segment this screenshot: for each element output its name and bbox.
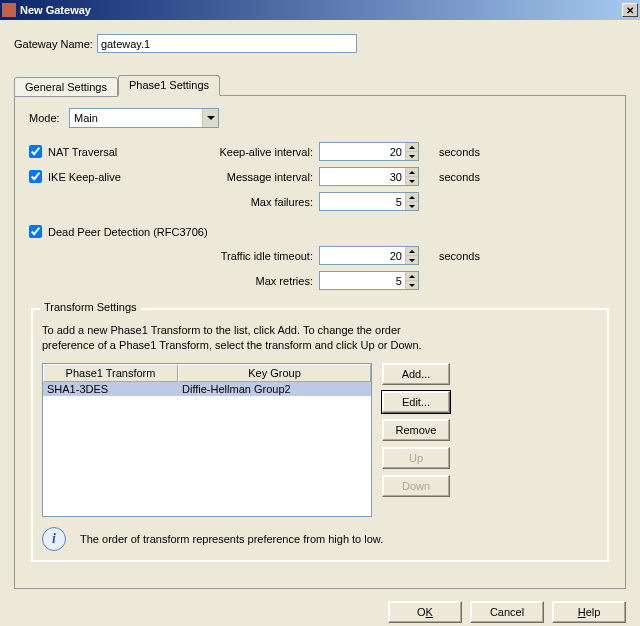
max-failures-input[interactable] [320,193,405,210]
add-button[interactable]: Add... [382,363,450,385]
traffic-idle-input[interactable] [320,247,405,264]
traffic-idle-spinner[interactable] [319,246,419,265]
help-button[interactable]: Help [552,601,626,623]
spin-down-icon[interactable] [406,152,418,160]
ok-button[interactable]: OK [388,601,462,623]
mode-label: Mode: [29,112,69,124]
dpd-input[interactable] [29,225,42,238]
keepalive-interval-input[interactable] [320,143,405,160]
close-button[interactable]: ✕ [622,3,638,17]
tab-phase1-settings[interactable]: Phase1 Settings [118,75,220,96]
message-interval-label: Message interval: [189,171,319,183]
spin-down-icon[interactable] [406,281,418,289]
mode-select[interactable]: Main [69,108,219,128]
cell-keygroup: Diffie-Hellman Group2 [178,382,371,396]
message-interval-unit: seconds [429,171,499,183]
edit-button[interactable]: Edit... [382,391,450,413]
max-retries-input[interactable] [320,272,405,289]
max-failures-spinner[interactable] [319,192,419,211]
gateway-name-input[interactable] [97,34,357,53]
phase1-panel: Mode: Main NAT Traversal Keep-alive inte… [14,95,626,589]
cancel-button[interactable]: Cancel [470,601,544,623]
up-button[interactable]: Up [382,447,450,469]
message-interval-spinner[interactable] [319,167,419,186]
transform-settings-legend: Transform Settings [40,301,141,313]
spin-up-icon[interactable] [406,247,418,256]
spin-up-icon[interactable] [406,193,418,202]
keepalive-interval-unit: seconds [429,146,499,158]
nat-traversal-input[interactable] [29,145,42,158]
tab-general-settings[interactable]: General Settings [14,77,118,97]
column-key-group[interactable]: Key Group [178,364,371,382]
gateway-name-label: Gateway Name: [14,38,93,50]
message-interval-input[interactable] [320,168,405,185]
ike-keepalive-input[interactable] [29,170,42,183]
window-body: Gateway Name: General Settings Phase1 Se… [0,20,640,626]
traffic-idle-unit: seconds [429,250,499,262]
spin-down-icon[interactable] [406,256,418,264]
down-button[interactable]: Down [382,475,450,497]
transform-settings-group: Transform Settings To add a new Phase1 T… [31,308,609,562]
spin-up-icon[interactable] [406,168,418,177]
spin-up-icon[interactable] [406,272,418,281]
info-icon: i [42,527,66,551]
transform-order-info: The order of transform represents prefer… [80,533,383,545]
keepalive-interval-label: Keep-alive interval: [189,146,319,158]
column-phase1-transform[interactable]: Phase1 Transform [43,364,178,382]
transform-table[interactable]: Phase1 Transform Key Group SHA1-3DES Dif… [42,363,372,517]
ike-keepalive-checkbox[interactable]: IKE Keep-alive [29,170,189,183]
tab-strip: General Settings Phase1 Settings [14,75,626,95]
app-icon [2,3,16,17]
chevron-down-icon [202,109,218,127]
window-title: New Gateway [20,4,622,16]
nat-traversal-checkbox[interactable]: NAT Traversal [29,145,189,158]
dialog-buttons: OK Cancel Help [14,601,626,623]
transform-instructions: To add a new Phase1 Transform to the lis… [42,323,422,353]
dpd-checkbox[interactable]: Dead Peer Detection (RFC3706) [29,225,611,238]
mode-select-value: Main [70,112,202,124]
max-retries-spinner[interactable] [319,271,419,290]
dpd-label: Dead Peer Detection (RFC3706) [48,226,208,238]
nat-traversal-label: NAT Traversal [48,146,117,158]
max-retries-label: Max retries: [189,275,319,287]
spin-down-icon[interactable] [406,177,418,185]
max-failures-label: Max failures: [189,196,319,208]
cell-transform: SHA1-3DES [43,382,178,396]
keepalive-interval-spinner[interactable] [319,142,419,161]
ike-keepalive-label: IKE Keep-alive [48,171,121,183]
remove-button[interactable]: Remove [382,419,450,441]
spin-down-icon[interactable] [406,202,418,210]
titlebar: New Gateway ✕ [0,0,640,20]
spin-up-icon[interactable] [406,143,418,152]
traffic-idle-label: Traffic idle timeout: [189,250,319,262]
table-row[interactable]: SHA1-3DES Diffie-Hellman Group2 [43,382,371,396]
